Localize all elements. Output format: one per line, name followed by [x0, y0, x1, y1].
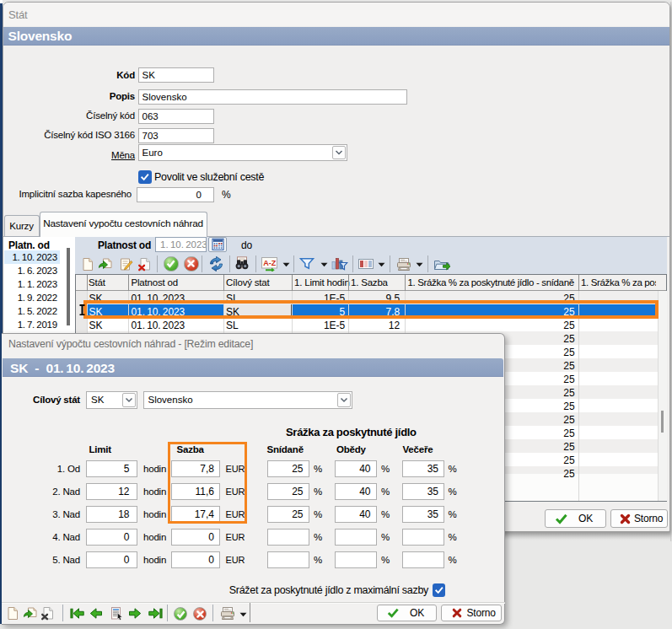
svg-text:A-Z: A-Z: [263, 259, 276, 267]
